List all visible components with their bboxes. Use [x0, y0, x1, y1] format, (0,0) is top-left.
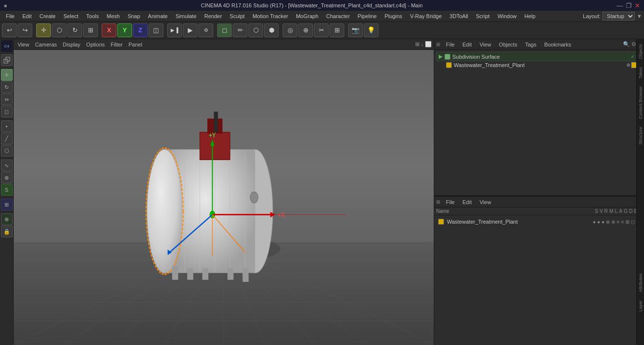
light-btn[interactable]: 💡 — [364, 23, 378, 37]
vtab-attributes[interactable]: Attributes — [637, 270, 644, 296]
vis-icon7[interactable]: ≡ — [621, 219, 624, 225]
tool-btn2[interactable]: ⊗ — [1, 172, 13, 184]
menu-3dtoall[interactable]: 3DToAll — [445, 12, 472, 20]
vtab-structure[interactable]: Structure — [637, 123, 644, 149]
op-menu-bookmarks[interactable]: Bookmarks — [542, 42, 573, 47]
vp-menu-view[interactable]: View — [16, 42, 31, 47]
vis-icon8[interactable]: ⊞ — [625, 219, 629, 225]
maximize-btn[interactable]: ❐ — [626, 2, 632, 9]
spline-btn[interactable]: ∿ — [1, 160, 13, 171]
obj-item-subdivision[interactable]: ▶ Subdivision Surface ✓ ⊕ — [436, 52, 642, 61]
menu-file[interactable]: File — [2, 12, 19, 20]
rotate-mode-btn[interactable]: ↻ — [1, 81, 13, 93]
menu-snap[interactable]: Snap — [124, 12, 144, 20]
op-menu-objects[interactable]: Objects — [497, 42, 519, 47]
menu-sculpt[interactable]: Sculpt — [226, 12, 249, 20]
menu-pipeline[interactable]: Pipeline — [354, 12, 380, 20]
close-btn[interactable]: ✕ — [635, 2, 640, 9]
layout-expand-btn[interactable]: ▼ — [637, 13, 642, 19]
point-mode-btn[interactable]: • — [1, 120, 13, 132]
vtab-takes[interactable]: Takes — [637, 63, 644, 83]
op-menu-tags[interactable]: Tags — [523, 42, 538, 47]
checkmark-icon[interactable]: ✓ — [631, 54, 635, 59]
edge-btn[interactable]: ⬢ — [264, 23, 279, 37]
extrude-btn[interactable]: ⊞ — [330, 23, 344, 37]
menu-tools[interactable]: Tools — [82, 12, 103, 20]
vis-icon4[interactable]: ⊕ — [606, 219, 610, 225]
menu-motiontacker[interactable]: Motion Tracker — [248, 12, 292, 20]
scale-tool-btn[interactable]: ⬡ — [52, 23, 67, 37]
transform-tool-btn[interactable]: ⊞ — [83, 23, 98, 37]
snap-btn[interactable]: ⊕ — [298, 23, 313, 37]
tool-btn3[interactable]: S — [1, 184, 13, 196]
vtab-objects[interactable]: Objects — [637, 40, 644, 63]
menu-create[interactable]: Create — [36, 12, 60, 20]
x-axis-btn[interactable]: X — [102, 23, 116, 37]
vis-icon[interactable]: ● — [593, 219, 596, 225]
snap-mode-btn[interactable]: ⊕ — [1, 213, 13, 225]
render-btn[interactable]: ▶ — [183, 23, 198, 37]
vis-icon2[interactable]: ● — [597, 219, 600, 225]
vis-icon5[interactable]: ⊕ — [611, 219, 615, 225]
object-mode-btn[interactable]: ◻ — [1, 106, 13, 117]
menu-plugins[interactable]: Plugins — [380, 12, 406, 20]
viewport[interactable]: Perspective Grid Spacing : 100 cm — [14, 50, 434, 345]
vis-icon9[interactable]: ◻ — [631, 219, 635, 225]
menu-window[interactable]: Window — [493, 12, 520, 20]
view-cube-btn[interactable] — [1, 54, 13, 66]
undo-btn[interactable]: ↩ — [2, 23, 17, 37]
render-settings-btn[interactable]: ⚙ — [199, 23, 213, 37]
menu-vraybridge[interactable]: V-Ray Bridge — [406, 12, 446, 20]
z-axis-btn[interactable]: Z — [133, 23, 148, 37]
scale-mode-btn[interactable]: ⇔ — [1, 93, 13, 105]
menu-help[interactable]: Help — [521, 12, 540, 20]
op-menu-view[interactable]: View — [478, 42, 493, 47]
vp-menu-display[interactable]: Display — [61, 42, 82, 47]
render-region-btn[interactable]: ▶▐ — [167, 23, 182, 37]
world-btn[interactable]: ◫ — [149, 23, 163, 37]
vp-menu-cameras[interactable]: Cameras — [33, 42, 59, 47]
poly-btn[interactable]: ⬡ — [248, 23, 263, 37]
obj-bottom-item-wastewater[interactable]: Wastewater_Treatment_Plant ● ● ● ⊕ ⊕ ≡ ≡… — [436, 217, 642, 226]
obj-tag-icon2[interactable]: ⊕ — [626, 62, 630, 68]
settings-icon[interactable]: ⚙ — [631, 41, 636, 47]
menu-script[interactable]: Script — [472, 12, 493, 20]
edge-mode-btn[interactable]: ╱ — [1, 133, 13, 144]
vtab-content-browser[interactable]: Content Browser — [637, 82, 644, 123]
vp-icon-down[interactable]: ↓ — [421, 41, 424, 47]
knife-btn[interactable]: ✂ — [314, 23, 329, 37]
opb-menu-view[interactable]: View — [478, 199, 493, 205]
search-icon[interactable]: 🔍 — [623, 41, 630, 47]
menu-render[interactable]: Render — [200, 12, 226, 20]
vp-icon-grid[interactable]: ⊞ — [415, 41, 420, 47]
op-menu-file[interactable]: File — [444, 42, 457, 47]
vp-menu-panel[interactable]: Panel — [127, 42, 144, 47]
vis-icon6[interactable]: ≡ — [617, 219, 620, 225]
menu-mesh[interactable]: Mesh — [103, 12, 124, 20]
opb-menu-file[interactable]: File — [444, 199, 457, 205]
poly-mode-btn[interactable]: ⬡ — [1, 145, 13, 157]
knife-mode-btn[interactable]: 🔒 — [1, 226, 13, 237]
rotate-tool-btn[interactable]: ↻ — [67, 23, 82, 37]
menu-edit[interactable]: Edit — [19, 12, 36, 20]
minimize-btn[interactable]: — — [617, 2, 623, 9]
move-tool-btn[interactable]: ✛ — [36, 23, 51, 37]
magnet-btn[interactable]: ◎ — [283, 23, 297, 37]
menu-simulate[interactable]: Simulate — [172, 12, 200, 20]
vp-icon-maximize[interactable]: ⬜ — [425, 41, 432, 47]
op-menu-edit[interactable]: Edit — [461, 42, 474, 47]
move-mode-btn[interactable]: ✛ — [1, 69, 13, 81]
menu-select[interactable]: Select — [60, 12, 83, 20]
layout-dropdown[interactable]: Startup — [602, 12, 635, 21]
y-axis-btn[interactable]: Y — [117, 23, 132, 37]
redo-btn[interactable]: ↪ — [18, 23, 32, 37]
paint-btn[interactable]: ✏ — [233, 23, 247, 37]
opb-menu-edit[interactable]: Edit — [461, 199, 474, 205]
menu-animate[interactable]: Animate — [144, 12, 172, 20]
obj-mode-btn[interactable]: ◻ — [217, 23, 232, 37]
obj-item-wastewater[interactable]: Wastewater_Treatment_Plant ⊕ • — [436, 61, 642, 69]
menu-mograph[interactable]: MoGraph — [292, 12, 322, 20]
vp-menu-options[interactable]: Options — [84, 42, 107, 47]
vis-icon3[interactable]: ● — [601, 219, 604, 225]
vp-menu-filter[interactable]: Filter — [109, 42, 124, 47]
